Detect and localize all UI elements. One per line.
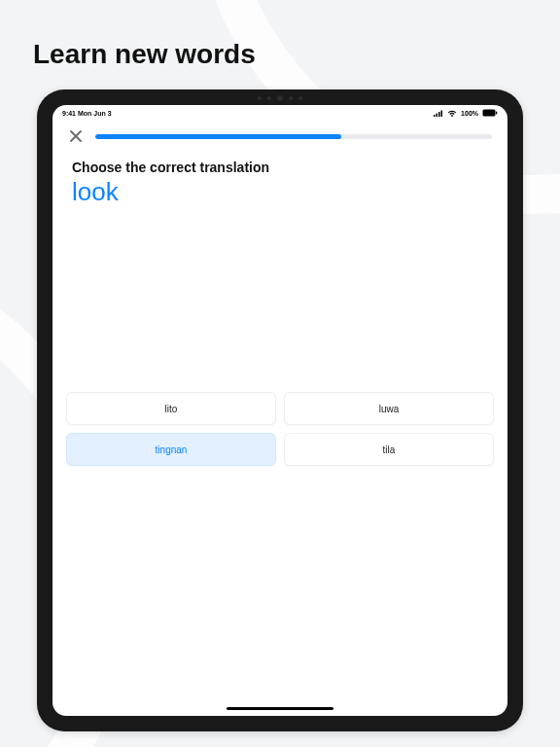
battery-icon [482,109,498,117]
close-icon [69,129,83,143]
svg-rect-0 [434,115,436,117]
tablet-frame: 9:41 Mon Jun 3 100% [37,89,523,731]
prompt-area: Choose the correct translation look [52,150,508,207]
progress-bar [95,134,492,139]
svg-rect-6 [496,112,497,115]
svg-rect-2 [438,112,440,117]
option-1[interactable]: lito [66,392,276,425]
option-label: tingnan [156,445,188,455]
page-title: Learn new words [33,39,256,70]
option-label: lito [165,404,178,414]
cellular-signal-icon [434,110,443,117]
battery-percent: 100% [461,110,478,117]
wifi-icon [447,110,457,117]
svg-rect-5 [483,110,496,117]
svg-point-4 [451,115,453,117]
svg-rect-3 [441,110,443,117]
options-grid: lito luwa tingnan tila [52,392,508,466]
option-3[interactable]: tingnan [66,433,276,466]
spacer [52,207,508,392]
option-2[interactable]: luwa [284,392,494,425]
prompt-word: look [72,177,488,207]
progress-fill [95,134,341,139]
device-screen: 9:41 Mon Jun 3 100% [52,105,508,716]
option-label: tila [383,445,396,455]
close-button[interactable] [68,128,84,144]
home-indicator [227,707,333,710]
status-bar: 9:41 Mon Jun 3 100% [52,105,508,119]
status-time: 9:41 Mon Jun 3 [62,110,112,117]
option-label: luwa [379,404,400,414]
prompt-instruction: Choose the correct translation [72,160,488,175]
device-camera-notch [258,95,302,101]
svg-rect-1 [437,113,438,117]
option-4[interactable]: tila [284,433,494,466]
lesson-header [52,119,508,150]
